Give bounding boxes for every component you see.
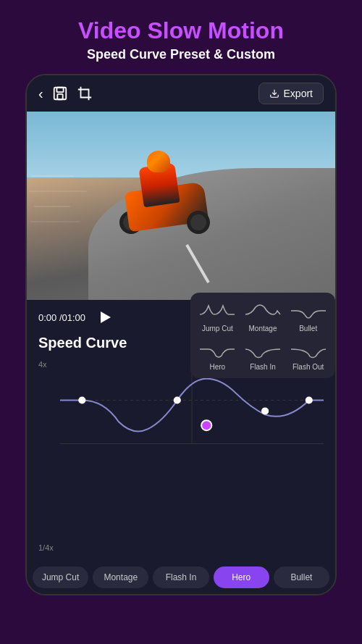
video-scene [27,112,335,300]
svg-point-6 [201,420,211,430]
rider-helmet [147,151,170,172]
motorcycle-rider [119,162,214,234]
speed-line-4 [30,221,80,222]
y-label-bottom: 1/4x [38,543,54,552]
sub-title: Speed Curve Preset & Custom [14,47,348,62]
presets-overlay: Jump Cut Montage Bullet [190,293,335,378]
crop-icon [77,85,93,101]
tab-jump-cut[interactable]: Jump Cut [33,566,88,588]
export-label: Export [284,88,313,99]
top-bar-left: ‹ [38,85,93,102]
hero-curve [198,338,236,360]
preset-montage[interactable]: Montage [243,300,283,333]
header-section: Video Slow Motion Speed Curve Preset & C… [0,0,362,74]
curve-editor: 4x 1/4x [38,357,324,555]
play-button[interactable] [94,307,114,327]
speed-lines [27,168,119,243]
y-label-top: 4x [38,360,54,369]
play-icon [101,311,111,323]
timeline-row: 0:00 /01:00 Jump Cut Montage [27,300,335,335]
svg-point-7 [78,397,85,404]
speed-line-2 [29,191,87,192]
controls-area: 0:00 /01:00 Jump Cut Montage [27,300,335,594]
flash-out-curve [290,338,327,360]
tab-flash-in[interactable]: Flash In [153,566,209,588]
top-bar: ‹ Export [27,75,335,112]
svg-rect-2 [57,94,62,99]
tab-hero[interactable]: Hero [214,566,269,588]
preset-bullet[interactable]: Bullet [288,300,328,333]
svg-point-9 [261,407,269,414]
bullet-curve [290,300,327,322]
flash-in-curve [244,338,282,360]
svg-point-10 [306,397,313,404]
jump-cut-curve [198,300,236,322]
phone-frame: ‹ Export [25,74,337,595]
video-area [27,112,335,300]
tab-bullet[interactable]: Bullet [274,566,329,588]
back-button[interactable]: ‹ [38,85,43,102]
montage-curve [244,300,282,322]
preset-hero[interactable]: Hero [198,338,237,371]
main-title: Video Slow Motion [14,17,348,44]
tab-montage[interactable]: Montage [93,566,148,588]
wheel-front [187,211,210,234]
export-icon [269,88,279,99]
y-axis-labels: 4x 1/4x [38,357,54,555]
bullet-label: Bullet [299,325,317,333]
svg-rect-1 [56,88,63,92]
bottom-tabs: Jump Cut Montage Flash In Hero Bullet [27,561,335,594]
preset-flash-in[interactable]: Flash In [243,338,283,371]
time-display: 0:00 /01:00 [38,312,85,323]
hero-label: Hero [209,363,225,371]
preset-jump-cut[interactable]: Jump Cut [198,300,237,333]
export-button[interactable]: Export [258,83,324,104]
preset-flash-out[interactable]: Flash Out [288,338,328,371]
speed-line-3 [34,206,70,207]
jump-cut-label: Jump Cut [202,325,233,333]
save-icon [52,85,68,101]
montage-label: Montage [249,325,277,333]
flash-in-label: Flash In [250,363,276,371]
speed-line-1 [31,175,75,177]
flash-out-label: Flash Out [292,363,324,371]
svg-point-8 [174,397,181,404]
